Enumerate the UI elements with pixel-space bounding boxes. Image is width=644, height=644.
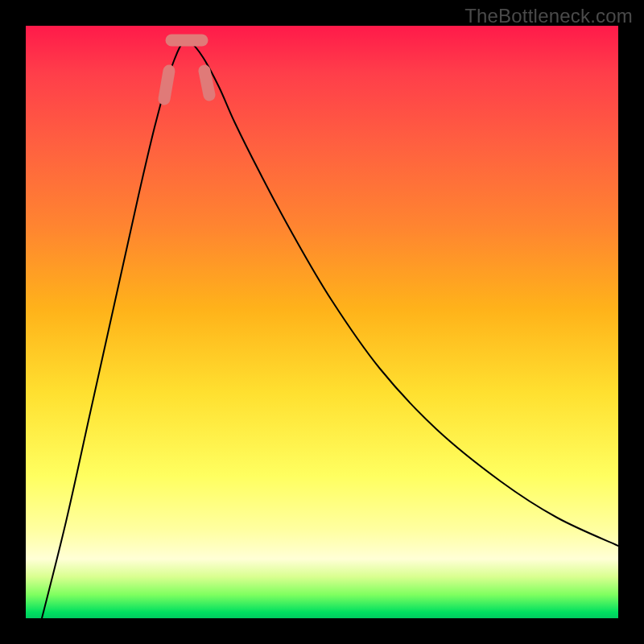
- gpu-marker-right: [204, 71, 209, 95]
- watermark-text: TheBottleneck.com: [464, 5, 633, 27]
- bottleneck-curve: [42, 40, 618, 618]
- chart-plot-area: [26, 26, 618, 618]
- chart-markers: [164, 40, 209, 99]
- chart-svg: [26, 26, 618, 618]
- cpu-marker-left: [164, 71, 169, 99]
